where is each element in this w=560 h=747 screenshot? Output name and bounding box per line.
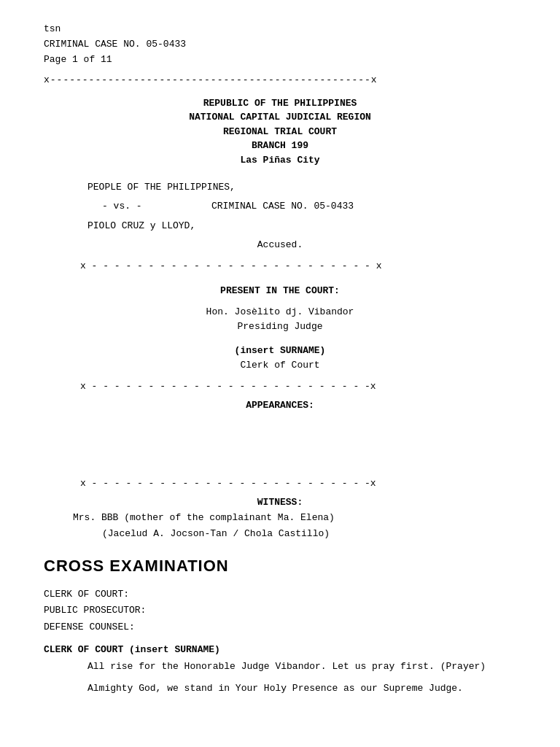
page-number: Page 1 of 11: [44, 53, 516, 68]
roles-section: CLERK OF COURT: PUBLIC PROSECUTOR: DEFEN…: [44, 587, 516, 635]
clerk-title: Clerk of Court: [44, 358, 516, 373]
witness-dashed: x - - - - - - - - - - - - - - - - - - - …: [44, 476, 516, 491]
header-line2: NATIONAL CAPITAL JUDICIAL REGION: [44, 110, 516, 125]
present-label: PRESENT IN THE COURT:: [44, 284, 516, 298]
clerk-block: (insert SURNAME) Clerk of Court: [44, 344, 516, 372]
witness-section: x - - - - - - - - - - - - - - - - - - - …: [44, 476, 516, 541]
clerk-of-court-role: CLERK OF COURT:: [44, 587, 516, 603]
defendant-name: PIOLO CRUZ y LLOYD,: [88, 219, 516, 233]
cross-exam-heading: CROSS EXAMINATION: [44, 554, 516, 578]
case-number-inline: CRIMINAL CASE NO. 05-0433: [211, 199, 354, 214]
appearances-section: APPEARANCES:: [44, 398, 516, 413]
header-line4: BRANCH 199: [44, 139, 516, 153]
clerk-statement-label: CLERK OF COURT (insert SURNAME): [44, 643, 516, 657]
appearances-label: APPEARANCES:: [246, 400, 314, 411]
court-header: REPUBLIC OF THE PHILIPPINES NATIONAL CAP…: [44, 96, 516, 168]
judge-title: Presiding Judge: [44, 320, 516, 334]
header-meta: tsn CRIMINAL CASE NO. 05-0433 Page 1 of …: [44, 22, 516, 67]
top-dashed-line: x---------------------------------------…: [44, 73, 516, 88]
vs-label: - vs. -: [102, 199, 182, 214]
clerk-statement-text2: Almighty God, we stand in Your Holy Pres…: [88, 681, 516, 696]
tsn-label: tsn: [44, 22, 516, 37]
appearances-space: [44, 419, 516, 463]
prosecutor-role: PUBLIC PROSECUTOR:: [44, 603, 516, 619]
clerk-statement-name: CLERK OF COURT (insert SURNAME): [44, 644, 220, 655]
judge-block: Hon. Josèlito dj. Vibandor Presiding Jud…: [44, 305, 516, 333]
present-section: PRESENT IN THE COURT:: [44, 284, 516, 298]
header-line1: REPUBLIC OF THE PHILIPPINES: [44, 96, 516, 111]
plaintiff: PEOPLE OF THE PHILIPPINES,: [88, 180, 516, 195]
witness-name-line1: Mrs. BBB (mother of the complainant Ma. …: [44, 511, 516, 525]
vs-line: - vs. - CRIMINAL CASE NO. 05-0433: [102, 199, 516, 214]
case-number-header: CRIMINAL CASE NO. 05-0433: [44, 37, 516, 53]
clerk-statement: CLERK OF COURT (insert SURNAME) All rise…: [44, 643, 516, 696]
witness-name-line2: (Jacelud A. Jocson-Tan / Chola Castillo): [44, 527, 516, 541]
appearances-dashed: x - - - - - - - - - - - - - - - - - - - …: [44, 379, 516, 394]
witness-label: WITNESS:: [44, 495, 516, 510]
defense-counsel-role: DEFENSE COUNSEL:: [44, 619, 516, 635]
header-line3: REGIONAL TRIAL COURT: [44, 125, 516, 139]
clerk-name: (insert SURNAME): [44, 344, 516, 358]
header-line5: Las Piñas City: [44, 153, 516, 168]
case-dashed-separator: x - - - - - - - - - - - - - - - - - - - …: [44, 259, 516, 274]
accused-label: Accused.: [44, 238, 516, 252]
clerk-statement-text1: All rise for the Honorable Judge Vibando…: [88, 659, 516, 674]
judge-name: Hon. Josèlito dj. Vibandor: [44, 305, 516, 320]
plaintiff-name: PEOPLE OF THE PHILIPPINES,: [88, 182, 236, 193]
